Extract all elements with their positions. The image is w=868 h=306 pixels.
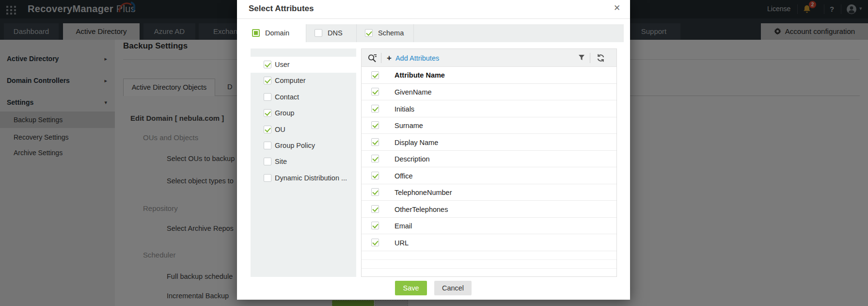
attribute-checkbox[interactable]	[371, 188, 379, 196]
object-type-ou[interactable]: OU	[251, 122, 356, 138]
empty-row	[362, 251, 616, 260]
attribute-row-othertelephones[interactable]: OtherTelephones	[362, 201, 616, 218]
object-type-label: Dynamic Distribution ...	[275, 170, 347, 186]
select-all-attributes-checkbox[interactable]	[371, 71, 379, 79]
object-type-computer[interactable]: Computer	[251, 73, 356, 89]
tab-domain[interactable]: Domain	[244, 24, 306, 42]
object-type-label: OU	[275, 122, 285, 138]
add-attributes-button[interactable]: +Add Attributes	[387, 49, 439, 67]
object-type-group-policy[interactable]: Group Policy	[251, 138, 356, 154]
attribute-row-givenname[interactable]: GivenName	[362, 84, 616, 100]
attribute-label: GivenName	[395, 84, 432, 100]
add-attributes-label: Add Attributes	[395, 54, 439, 62]
computer-checkbox[interactable]	[264, 77, 271, 84]
attribute-label: Display Name	[395, 134, 438, 151]
close-icon[interactable]: ✕	[614, 3, 620, 13]
attribute-label: Initials	[395, 101, 414, 117]
plus-icon: +	[387, 53, 392, 63]
attribute-row-office[interactable]: Office	[362, 168, 616, 184]
tab-schema[interactable]: Schema	[357, 24, 414, 42]
object-type-label: Group Policy	[275, 138, 315, 154]
object-type-label: User	[275, 57, 290, 73]
attribute-checkbox[interactable]	[371, 105, 379, 113]
attribute-row-telephonenumber[interactable]: TelephoneNumber	[362, 184, 616, 201]
dialog-header-divider	[237, 18, 630, 19]
tab-dns[interactable]: DNS	[306, 24, 357, 42]
attributes-header-row: Attribute Name	[362, 67, 616, 84]
attribute-label: Surname	[395, 117, 423, 134]
attribute-row-initials[interactable]: Initials	[362, 101, 616, 117]
tab-label: Domain	[265, 24, 289, 42]
schema-checkbox[interactable]	[365, 29, 373, 37]
dialog-tab-bar: Domain DNS Schema	[244, 24, 624, 42]
contact-checkbox[interactable]	[264, 93, 271, 101]
attribute-row-email[interactable]: Email	[362, 218, 616, 234]
dynamic-distribution-checkbox[interactable]	[264, 174, 271, 182]
attribute-checkbox[interactable]	[371, 239, 379, 246]
group-policy-checkbox[interactable]	[264, 142, 271, 149]
app-window: RecoveryManagerPlus License 2 ?	[0, 0, 868, 306]
filter-icon[interactable]	[578, 54, 585, 63]
dialog-title: Select Attributes	[249, 4, 314, 14]
object-type-label: Group	[275, 105, 294, 121]
attribute-checkbox[interactable]	[371, 205, 379, 213]
attribute-label: Email	[395, 218, 412, 234]
object-type-group[interactable]: Group	[251, 105, 356, 121]
attribute-checkbox[interactable]	[371, 172, 379, 179]
object-type-site[interactable]: Site	[251, 154, 356, 170]
attribute-checkbox[interactable]	[371, 222, 379, 229]
attributes-header-label: Attribute Name	[395, 67, 445, 84]
tab-label: DNS	[328, 24, 343, 42]
attributes-panel: +Add Attributes Attribute Nam	[361, 48, 617, 277]
attribute-label: Office	[395, 168, 413, 184]
group-checkbox[interactable]	[264, 109, 271, 117]
cancel-button[interactable]: Cancel	[434, 281, 472, 295]
attribute-row-display-name[interactable]: Display Name	[362, 134, 616, 151]
attribute-checkbox[interactable]	[371, 138, 379, 146]
site-checkbox[interactable]	[264, 158, 271, 165]
save-button[interactable]: Save	[395, 281, 427, 295]
attribute-checkbox[interactable]	[371, 155, 379, 162]
empty-row	[362, 260, 616, 269]
object-type-label: Contact	[275, 89, 299, 105]
select-attributes-dialog: Select Attributes ✕ Domain DNS Schema Us…	[237, 0, 630, 300]
ou-checkbox[interactable]	[264, 126, 271, 133]
object-type-label: Computer	[275, 73, 306, 89]
attribute-row-surname[interactable]: Surname	[362, 117, 616, 134]
attribute-checkbox[interactable]	[371, 88, 379, 96]
dns-checkbox[interactable]	[315, 29, 322, 37]
user-checkbox[interactable]	[264, 61, 271, 68]
search-icon[interactable]	[367, 53, 378, 65]
toolbar-divider	[590, 53, 590, 63]
attribute-row-description[interactable]: Description	[362, 151, 616, 167]
toolbar-divider	[381, 53, 381, 63]
attributes-toolbar: +Add Attributes	[362, 49, 616, 67]
attribute-row-url[interactable]: URL	[362, 235, 616, 251]
refresh-icon[interactable]	[597, 54, 605, 64]
object-type-contact[interactable]: Contact	[251, 89, 356, 105]
object-type-dynamic-distribution[interactable]: Dynamic Distribution ...	[251, 170, 356, 186]
attribute-checkbox[interactable]	[371, 121, 379, 129]
attribute-label: TelephoneNumber	[395, 184, 452, 201]
tab-label: Schema	[378, 24, 404, 42]
attribute-label: URL	[395, 235, 409, 251]
object-type-user[interactable]: User	[251, 57, 356, 73]
object-type-list: User Computer Contact Group OU Group Pol…	[251, 48, 356, 277]
domain-checkbox[interactable]	[252, 29, 260, 37]
attribute-label: Description	[395, 151, 430, 167]
attribute-label: OtherTelephones	[395, 201, 448, 218]
object-type-label: Site	[275, 154, 287, 170]
